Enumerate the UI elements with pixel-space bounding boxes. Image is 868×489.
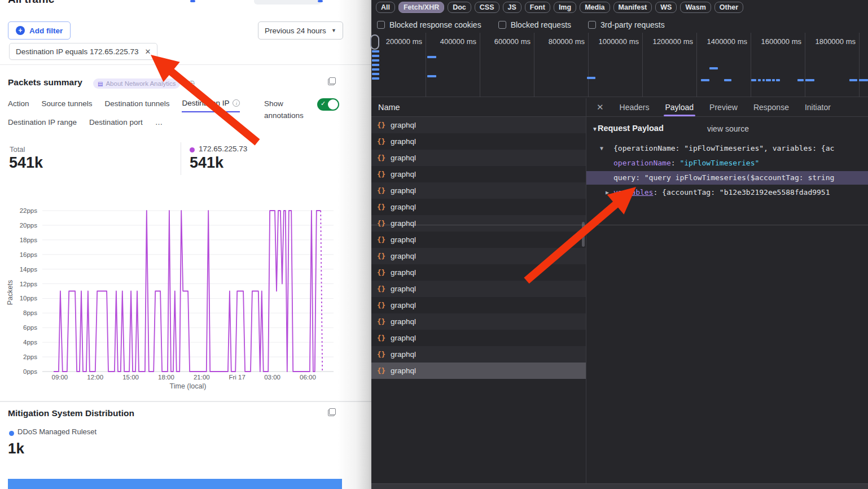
add-filter-label: Add filter <box>29 27 63 35</box>
mitigation-value: 1k <box>8 440 24 457</box>
payload-panel: ▼Request Payload view source ▼{operation… <box>586 117 868 489</box>
request-timeline-marker <box>859 79 868 81</box>
checkbox-box[interactable] <box>588 21 596 29</box>
request-row[interactable]: {}graphql <box>371 133 586 150</box>
request-row[interactable]: {}graphql <box>371 150 586 166</box>
request-timeline-marker <box>372 50 379 53</box>
filter-chip[interactable]: Destination IP equals 172.65.225.73 ✕ <box>9 43 157 60</box>
svg-text:Packets: Packets <box>6 280 14 305</box>
summary-tab-destination-ip-range[interactable]: Destination IP range <box>8 118 77 130</box>
ruler-gridline <box>696 33 697 97</box>
summary-tab-source-tunnels[interactable]: Source tunnels <box>42 99 93 112</box>
summary-tab-destination-port[interactable]: Destination port <box>89 118 143 130</box>
request-row[interactable]: {}graphql <box>371 297 586 313</box>
checkbox-blocked-response-cookies[interactable]: Blocked response cookies <box>377 20 481 29</box>
svg-text:8pps: 8pps <box>23 309 37 316</box>
filter-pill-ws[interactable]: WS <box>655 2 677 13</box>
filter-pill-img[interactable]: Img <box>554 2 576 13</box>
json-braces-icon: {} <box>377 285 385 293</box>
request-row[interactable]: {}graphql <box>371 281 586 297</box>
tab-payload[interactable]: Payload <box>665 103 694 112</box>
filter-pill-all[interactable]: All <box>376 2 395 13</box>
request-row[interactable]: {}graphql <box>371 199 586 215</box>
request-row[interactable]: {}graphql <box>371 313 586 330</box>
svg-text:6pps: 6pps <box>23 324 37 331</box>
filter-pill-doc[interactable]: Doc <box>448 2 471 13</box>
show-annotations-label: Show annotations <box>264 98 317 122</box>
payload-line[interactable]: ▶variables: {accountTag: "b12e3b2192ee55… <box>586 186 868 199</box>
request-timeline-marker <box>372 68 379 71</box>
request-name: graphql <box>391 235 416 244</box>
request-name: graphql <box>391 317 416 326</box>
checkbox-blocked-requests[interactable]: Blocked requests <box>498 20 571 29</box>
request-detail-tabbar: ✕ HeadersPayloadPreviewResponseInitiator <box>586 98 868 117</box>
filter-pill-css[interactable]: CSS <box>475 2 499 13</box>
triangle-down-icon[interactable]: ▼ <box>600 142 603 155</box>
request-row[interactable]: {}graphql <box>371 215 586 232</box>
network-timeline-overview[interactable]: 200000 ms400000 ms600000 ms800000 ms1000… <box>371 33 868 97</box>
request-row[interactable]: {}graphql <box>371 166 586 182</box>
remove-filter-icon[interactable]: ✕ <box>144 47 151 56</box>
checkbox-box[interactable] <box>377 21 385 29</box>
ruler-gridline <box>534 33 534 97</box>
time-range-dropdown[interactable]: Previous 24 hours ▼ <box>258 21 343 40</box>
request-row[interactable]: {}graphql <box>371 330 586 346</box>
summary-tab-[interactable]: … <box>155 118 163 130</box>
add-filter-button[interactable]: + Add filter <box>8 21 71 40</box>
summary-tab-action[interactable]: Action <box>8 99 29 112</box>
tab-response[interactable]: Response <box>753 103 789 112</box>
svg-text:20pps: 20pps <box>20 222 38 229</box>
filter-pill-media[interactable]: Media <box>580 2 610 13</box>
summary-tab-destination-tunnels[interactable]: Destination tunnels <box>105 99 170 112</box>
tab-preview[interactable]: Preview <box>709 103 738 112</box>
payload-text: : {accountTag: "b12e3b2192ee5588fdad9951 <box>653 188 830 197</box>
filter-pill-fetch-xhr[interactable]: Fetch/XHR <box>398 2 444 13</box>
clipped-control <box>318 0 323 2</box>
view-source-link[interactable]: view source <box>707 124 749 133</box>
payload-line[interactable]: query: "query ipFlowTimeseries($accountT… <box>586 171 868 185</box>
name-column-header[interactable]: Name <box>371 98 586 117</box>
mitigation-legend-dot <box>9 431 14 436</box>
tab-initiator[interactable]: Initiator <box>805 103 831 112</box>
request-row[interactable]: {}graphql <box>371 346 586 363</box>
json-braces-icon: {} <box>377 235 385 244</box>
triangle-right-icon[interactable]: ▶ <box>606 186 609 199</box>
tab-headers[interactable]: Headers <box>620 103 650 112</box>
request-timeline-marker <box>709 67 718 69</box>
request-timeline-marker <box>372 77 379 80</box>
request-name: graphql <box>391 137 416 146</box>
ruler-tick-label: 1000000 ms <box>591 37 639 46</box>
request-row[interactable]: {}graphql <box>371 232 586 248</box>
json-braces-icon: {} <box>377 301 385 309</box>
clipped-control <box>254 0 322 5</box>
show-annotations-toggle[interactable]: ✓ <box>317 98 339 111</box>
about-network-analytics-badge[interactable]: ▤ About Network Analytics <box>93 78 180 89</box>
checkbox-box[interactable] <box>498 21 506 29</box>
expand-card-icon[interactable] <box>328 408 336 416</box>
request-row[interactable]: {}graphql <box>371 117 586 133</box>
request-name: graphql <box>391 252 416 260</box>
request-payload-section-header[interactable]: ▼Request Payload <box>592 124 664 133</box>
checkbox-3rd-party-requests[interactable]: 3rd-party requests <box>588 20 665 29</box>
payload-line[interactable]: operationName: "ipFlowTimeseries" <box>586 156 868 170</box>
request-row[interactable]: {}graphql <box>371 248 586 264</box>
expand-card-icon[interactable] <box>328 77 336 85</box>
ruler-gridline <box>426 33 426 97</box>
filter-pill-font[interactable]: Font <box>525 2 550 13</box>
time-range-label: Previous 24 hours <box>265 27 326 35</box>
request-row[interactable]: {}graphql <box>371 182 586 199</box>
filter-pill-wasm[interactable]: Wasm <box>680 2 711 13</box>
filter-pill-manifest[interactable]: Manifest <box>613 2 652 13</box>
close-icon[interactable]: ✕ <box>597 102 604 112</box>
payload-line[interactable]: ▼{operationName: "ipFlowTimeseries", var… <box>586 142 868 155</box>
scrollbar-thumb[interactable] <box>582 222 585 247</box>
request-timeline-marker <box>762 79 765 81</box>
ruler-gridline <box>805 33 805 97</box>
filter-pill-other[interactable]: Other <box>714 2 743 13</box>
request-row[interactable]: {}graphql <box>371 363 586 379</box>
summary-tab-destination-ip[interactable]: Destination IPi <box>182 99 240 112</box>
filter-pill-js[interactable]: JS <box>503 2 521 13</box>
packets-summary-title: Packets summary <box>8 77 82 88</box>
request-name: graphql <box>391 301 416 309</box>
request-row[interactable]: {}graphql <box>371 264 586 281</box>
